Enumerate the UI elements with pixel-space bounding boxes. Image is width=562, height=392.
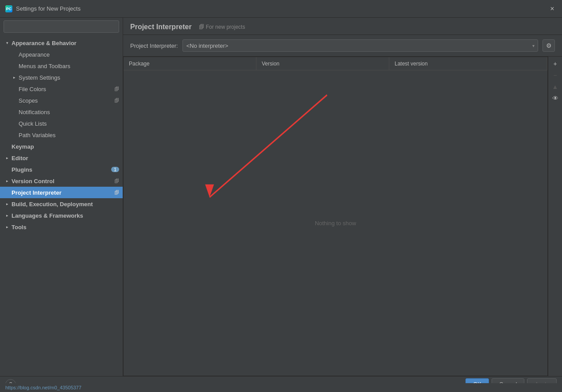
table-body: Nothing to show [124,70,547,376]
table-area: Package Version Latest version Nothing t… [123,57,562,376]
table-header: Package Version Latest version [124,57,547,70]
sidebar-item-appearance[interactable]: Appearance [0,49,123,60]
arrow-icon: ▸ [4,200,11,208]
arrow-icon: ▸ [4,223,11,231]
eye-button[interactable]: 👁 [550,93,561,104]
arrow-icon: ▸ [4,177,11,184]
sidebar-item-label: System Settings [19,74,119,81]
sidebar-item-label: Project Interpreter [12,189,112,196]
sidebar-item-keymap[interactable]: Keymap [0,141,123,152]
add-package-button[interactable]: + [550,58,561,69]
sidebar-item-menus-toolbars[interactable]: Menus and Toolbars [0,60,123,72]
sidebar-item-system-settings[interactable]: ▸System Settings [0,72,123,83]
sidebar-item-label: Languages & Frameworks [12,212,119,219]
interpreter-row: Project Interpreter: <No interpreter> ▾ … [123,35,562,57]
search-box[interactable] [4,20,119,33]
sidebar-item-label: Plugins [12,166,109,173]
panel-title: Project Interpreter [130,23,192,31]
search-input[interactable] [8,23,115,30]
sidebar-item-label: Version Control [12,178,112,184]
sidebar-item-languages-frameworks[interactable]: ▸Languages & Frameworks [0,210,123,221]
sidebar-item-scopes[interactable]: Scopes🗐 [0,95,123,106]
copy-icon: 🗐 [114,86,119,92]
panel-header: Project Interpreter 🗐 For new projects [123,18,562,35]
sidebar-item-label: Appearance [19,51,119,58]
interpreter-label: Project Interpreter: [130,42,178,49]
sidebar-item-appearance-behavior[interactable]: ▾Appearance & Behavior [0,37,123,49]
side-buttons-panel: + − ▲ 👁 [548,57,562,376]
sidebar-item-project-interpreter[interactable]: Project Interpreter🗐 [0,187,123,198]
interpreter-select-wrapper: <No interpreter> ▾ [182,39,538,52]
sidebar: ▾Appearance & BehaviorAppearanceMenus an… [0,18,123,376]
column-latest-version: Latest version [389,57,547,70]
settings-dialog: PC Settings for New Projects × ▾Appearan… [0,0,562,392]
sidebar-tree: ▾Appearance & BehaviorAppearanceMenus an… [0,35,123,376]
remove-package-button[interactable]: − [550,70,561,81]
sidebar-item-version-control[interactable]: ▸Version Control🗐 [0,175,123,187]
sidebar-item-label: Tools [12,224,119,231]
packages-table: Package Version Latest version Nothing t… [123,57,548,376]
sidebar-item-label: Quick Lists [19,120,119,127]
sidebar-item-build-execution-deployment[interactable]: ▸Build, Execution, Deployment [0,198,123,210]
right-panel: Project Interpreter 🗐 For new projects P… [123,18,562,376]
arrow-icon: ▸ [4,212,11,219]
sidebar-item-label: Path Variables [19,132,119,138]
url-bar: https://blog.csdn.net/m0_43505377 [0,383,562,392]
arrow-icon: ▸ [11,74,18,81]
sidebar-item-label: Keymap [12,143,119,150]
sidebar-item-label: Notifications [19,109,119,115]
sidebar-item-label: File Colors [19,86,112,92]
sidebar-item-quick-lists[interactable]: Quick Lists [0,118,123,129]
sidebar-item-label: Editor [12,155,119,161]
arrow-icon: ▸ [4,154,11,161]
empty-message: Nothing to show [315,220,356,227]
copy-icon: 🗐 [114,190,119,195]
sidebar-item-label: Appearance & Behavior [12,40,119,46]
interpreter-select[interactable]: <No interpreter> [182,39,538,52]
url-text: https://blog.csdn.net/m0_43505377 [5,385,81,390]
interpreter-settings-button[interactable]: ⚙ [543,39,555,52]
title-bar: PC Settings for New Projects × [0,0,562,18]
sidebar-item-label: Scopes [19,97,112,104]
sidebar-item-path-variables[interactable]: Path Variables [0,129,123,141]
sidebar-item-plugins[interactable]: Plugins1 [0,164,123,175]
dialog-title: Settings for New Projects [16,5,548,12]
copy-icon-small: 🗐 [199,24,204,30]
up-button: ▲ [550,81,561,92]
sidebar-item-file-colors[interactable]: File Colors🗐 [0,83,123,95]
sidebar-item-tools[interactable]: ▸Tools [0,221,123,233]
main-content: ▾Appearance & BehaviorAppearanceMenus an… [0,18,562,376]
pycharm-logo-icon: PC [5,5,12,12]
copy-icon: 🗐 [114,178,119,184]
column-version: Version [256,57,389,70]
gear-icon: ⚙ [546,42,552,49]
close-button[interactable]: × [548,4,557,13]
arrow-icon: ▾ [4,39,11,46]
column-package: Package [124,57,256,70]
for-new-projects-label: 🗐 For new projects [199,24,245,30]
badge: 1 [111,167,119,172]
sidebar-item-notifications[interactable]: Notifications [0,106,123,118]
sidebar-item-label: Build, Execution, Deployment [12,201,119,208]
sidebar-item-editor[interactable]: ▸Editor [0,152,123,164]
sidebar-item-label: Menus and Toolbars [19,63,119,69]
copy-icon: 🗐 [114,98,119,103]
